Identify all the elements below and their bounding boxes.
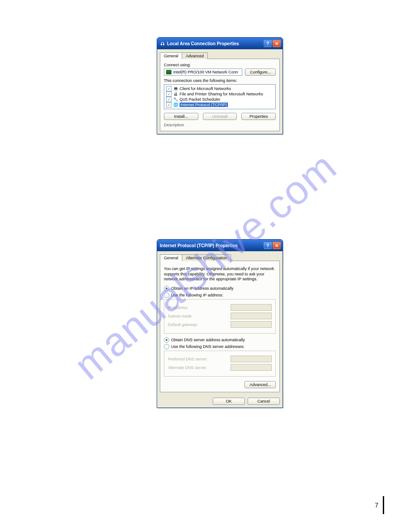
tcpip-properties-dialog: Internet Protocol (TCP/IP) Properties ? … [157, 239, 283, 408]
nic-icon [166, 70, 171, 74]
radio-icon [164, 292, 169, 298]
cancel-button[interactable]: Cancel [248, 398, 280, 405]
subnet-label: Subnet mask: [168, 314, 231, 318]
ip-address-label: IP address: [168, 305, 231, 310]
tab-strip: General Alternate Configuration [160, 254, 280, 261]
description-label: Description [164, 123, 276, 127]
connect-using-label: Connect using: [164, 63, 276, 67]
item-label: Internet Protocol (TCP/IP) [180, 103, 228, 107]
ok-button[interactable]: OK [213, 398, 245, 405]
titlebar: Internet Protocol (TCP/IP) Properties ? … [157, 240, 283, 251]
description-text: You can get IP settings assigned automat… [164, 266, 276, 282]
pref-dns-label: Preferred DNS server: [168, 357, 231, 361]
item-label: File and Printer Sharing for Microsoft N… [180, 92, 263, 96]
ip-group: IP address: Subnet mask: Default gateway… [164, 299, 276, 334]
list-item[interactable]: 🔧 QoS Packet Scheduler [166, 97, 274, 102]
tab-body: You can get IP settings assigned automat… [160, 261, 280, 392]
radio-label: Use the following IP address: [171, 293, 223, 297]
help-button[interactable]: ? [264, 40, 272, 47]
list-item[interactable]: 🖨 File and Printer Sharing for Microsoft… [166, 91, 274, 97]
radio-label: Use the following DNS server addresses: [171, 344, 244, 349]
dns-group: Preferred DNS server: Alternate DNS serv… [164, 351, 276, 377]
uninstall-button[interactable]: Uninstall [203, 113, 237, 120]
connection-icon [160, 41, 165, 46]
checkbox-icon[interactable] [166, 86, 171, 91]
svg-rect-1 [163, 44, 164, 45]
tab-alternate[interactable]: Alternate Configuration [182, 254, 231, 261]
item-label: Client for Microsoft Networks [180, 86, 231, 91]
list-item[interactable]: 🌐 Internet Protocol (TCP/IP) [166, 102, 274, 107]
window-title: Internet Protocol (TCP/IP) Properties [160, 243, 238, 248]
tab-general[interactable]: General [160, 254, 182, 261]
alt-dns-input[interactable] [231, 364, 272, 371]
radio-icon [164, 286, 169, 291]
svg-rect-0 [161, 44, 162, 45]
subnet-input[interactable] [231, 313, 272, 319]
tcpip-icon: 🌐 [173, 102, 178, 107]
checkbox-icon[interactable] [166, 91, 171, 97]
install-button[interactable]: Install... [164, 113, 198, 120]
adapter-field[interactable]: Intel(R) PRO/100 VM Network Conn [164, 69, 242, 76]
help-button[interactable]: ? [264, 242, 272, 249]
radio-use-ip[interactable]: Use the following IP address: [164, 292, 276, 298]
tab-general[interactable]: General [160, 52, 182, 59]
share-icon: 🖨 [173, 91, 178, 97]
items-label: This connection uses the following items… [164, 78, 276, 83]
gateway-input[interactable] [231, 321, 272, 328]
tab-advanced[interactable]: Advanced [182, 52, 208, 59]
lan-properties-dialog: Local Area Connection Properties ? ✕ Gen… [157, 37, 283, 134]
pref-dns-input[interactable] [231, 356, 272, 362]
radio-use-dns[interactable]: Use the following DNS server addresses: [164, 344, 276, 349]
ip-address-input[interactable] [231, 304, 272, 311]
radio-label: Obtain an IP address automatically [171, 286, 233, 291]
radio-icon [164, 344, 169, 349]
properties-button[interactable]: Properties [241, 113, 276, 120]
adapter-name: Intel(R) PRO/100 VM Network Conn [173, 70, 238, 74]
list-item[interactable]: 💻 Client for Microsoft Networks [166, 86, 274, 91]
qos-icon: 🔧 [173, 97, 178, 102]
tab-body: Connect using: Intel(R) PRO/100 VM Netwo… [160, 59, 280, 131]
configure-button[interactable]: Configure... [245, 69, 276, 76]
titlebar: Local Area Connection Properties ? ✕ [157, 38, 283, 49]
close-button[interactable]: ✕ [273, 242, 281, 249]
radio-auto-ip[interactable]: Obtain an IP address automatically [164, 286, 276, 291]
tab-strip: General Advanced [160, 52, 280, 59]
item-label: QoS Packet Scheduler [180, 97, 220, 102]
checkbox-icon[interactable] [166, 102, 171, 107]
close-button[interactable]: ✕ [273, 40, 281, 47]
page-number: 7 [375, 496, 384, 514]
radio-auto-dns[interactable]: Obtain DNS server address automatically [164, 337, 276, 343]
client-icon: 💻 [173, 86, 178, 91]
connection-items-list[interactable]: 💻 Client for Microsoft Networks 🖨 File a… [164, 84, 276, 109]
radio-label: Obtain DNS server address automatically [171, 338, 245, 342]
checkbox-icon[interactable] [166, 97, 171, 102]
advanced-button[interactable]: Advanced... [244, 381, 276, 388]
radio-icon [164, 337, 169, 343]
dialog-footer: OK Cancel [157, 395, 283, 408]
window-title: Local Area Connection Properties [167, 41, 239, 46]
alt-dns-label: Alternate DNS server: [168, 365, 231, 370]
gateway-label: Default gateway: [168, 322, 231, 327]
